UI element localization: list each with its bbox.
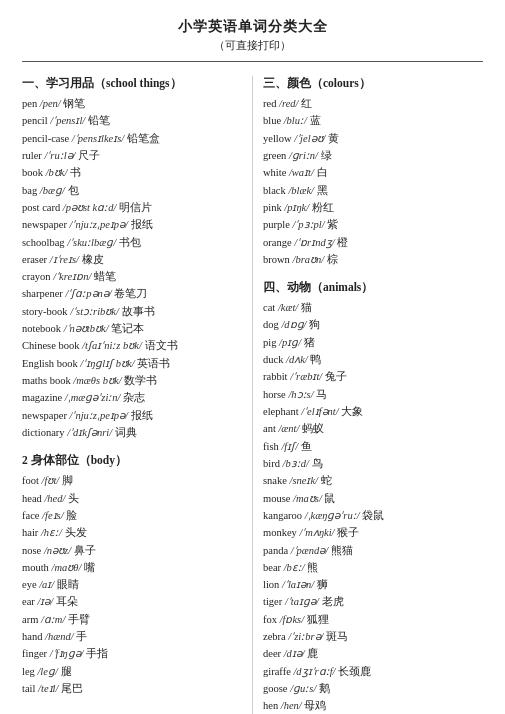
list-item: finger /ˈfɪŋɡə/ 手指 xyxy=(22,645,242,662)
word-phonetic: /ˈmʌŋki/ xyxy=(299,527,337,538)
word-cn: 书 xyxy=(70,167,81,178)
word-cn: 棕 xyxy=(327,254,338,265)
word-en: pencil-case xyxy=(22,133,72,144)
section-body: 2 身体部位（body）foot /fʊt/ 脚head /hed/ 头face… xyxy=(22,453,242,697)
word-en: English book xyxy=(22,358,80,369)
word-phonetic: /bɜːd/ xyxy=(283,458,312,469)
word-cn: 紫 xyxy=(327,219,338,230)
word-phonetic: /ˈtaɪɡə/ xyxy=(285,596,322,607)
list-item: bear /bɛː/ 熊 xyxy=(263,559,483,576)
word-en: magazine xyxy=(22,392,65,403)
list-item: mouse /maʊs/ 鼠 xyxy=(263,490,483,507)
word-cn: 马 xyxy=(316,389,327,400)
word-cn: 猪 xyxy=(304,337,315,348)
word-en: mouth xyxy=(22,562,51,573)
word-phonetic: /ˈræbɪt/ xyxy=(290,371,325,382)
left-column: 一、学习用品（school things）pen /pen/ 钢笔pencil … xyxy=(22,76,252,714)
word-en: fish xyxy=(263,441,281,452)
word-en: goose xyxy=(263,683,290,694)
list-item: fish /fɪʃ/ 鱼 xyxy=(263,438,483,455)
section-school_things: 一、学习用品（school things）pen /pen/ 钢笔pencil … xyxy=(22,76,242,441)
word-cn: 鼠 xyxy=(324,493,335,504)
list-item: story-book /ˈstɔːribʊk/ 故事书 xyxy=(22,303,242,320)
word-en: maths book xyxy=(22,375,73,386)
word-phonetic: /ˈpændə/ xyxy=(291,545,331,556)
word-en: bag xyxy=(22,185,40,196)
list-item: mouth /maʊθ/ 嘴 xyxy=(22,559,242,576)
word-cn: 猫 xyxy=(301,302,312,313)
word-phonetic: /dɪə/ xyxy=(284,648,308,659)
list-item: pencil /ˈpensɪl/ 铅笔 xyxy=(22,112,242,129)
word-phonetic: /fɪʃ/ xyxy=(281,441,300,452)
word-en: nose xyxy=(22,545,44,556)
word-cn: 橙 xyxy=(337,237,348,248)
list-item: yellow /ˈjeləʊ/ 黄 xyxy=(263,130,483,147)
list-item: red /red/ 红 xyxy=(263,95,483,112)
word-phonetic: /bʊk/ xyxy=(46,167,70,178)
list-item: eraser /ɪˈreɪs/ 橡皮 xyxy=(22,251,242,268)
list-item: zebra /ˈziːbrə/ 斑马 xyxy=(263,628,483,645)
word-cn: 故事书 xyxy=(122,306,155,317)
word-cn: 眼睛 xyxy=(57,579,79,590)
list-item: kangaroo /ˌkæŋɡəˈruː/ 袋鼠 xyxy=(263,507,483,524)
word-en: notebook xyxy=(22,323,64,334)
word-phonetic: /ɡuːs/ xyxy=(290,683,319,694)
word-cn: 铅笔 xyxy=(88,115,110,126)
word-cn: 鼻子 xyxy=(74,545,96,556)
word-en: panda xyxy=(263,545,291,556)
list-item: dictionary /ˈdɪkʃənri/ 词典 xyxy=(22,424,242,441)
word-cn: 兔子 xyxy=(325,371,347,382)
word-en: story-book xyxy=(22,306,70,317)
word-phonetic: /ˈpensɪlkeɪs/ xyxy=(72,133,127,144)
word-cn: 报纸 xyxy=(131,219,153,230)
word-en: lion xyxy=(263,579,282,590)
word-phonetic: /ˈʃɑːpənə/ xyxy=(65,288,114,299)
list-item: monkey /ˈmʌŋki/ 猴子 xyxy=(263,524,483,541)
word-en: post card xyxy=(22,202,63,213)
word-cn: 嘴 xyxy=(84,562,95,573)
word-cn: 铅笔盒 xyxy=(127,133,160,144)
word-cn: 明信片 xyxy=(119,202,152,213)
list-item: fox /fɒks/ 狐狸 xyxy=(263,611,483,628)
word-en: foot xyxy=(22,475,42,486)
word-cn: 脸 xyxy=(66,510,77,521)
list-item: snake /sneɪk/ 蛇 xyxy=(263,472,483,489)
word-cn: 卷笔刀 xyxy=(114,288,147,299)
word-cn: 狗 xyxy=(309,319,320,330)
list-item: rabbit /ˈræbɪt/ 兔子 xyxy=(263,368,483,385)
word-en: tail xyxy=(22,683,38,694)
word-phonetic: /dʌk/ xyxy=(286,354,310,365)
word-phonetic: /ˈelɪfənt/ xyxy=(301,406,341,417)
word-cn: 熊猫 xyxy=(331,545,353,556)
word-cn: 耳朵 xyxy=(56,596,78,607)
word-en: arm xyxy=(22,614,41,625)
word-cn: 蓝 xyxy=(310,115,321,126)
list-item: green /ɡriːn/ 绿 xyxy=(263,147,483,164)
word-phonetic: /sneɪk/ xyxy=(290,475,321,486)
word-cn: 熊 xyxy=(307,562,318,573)
word-en: bird xyxy=(263,458,283,469)
list-item: brown /braʊn/ 棕 xyxy=(263,251,483,268)
word-en: duck xyxy=(263,354,286,365)
word-phonetic: /ˈɪŋɡlɪʃ bʊk/ xyxy=(80,358,137,369)
word-en: red xyxy=(263,98,279,109)
word-phonetic: /pɪɡ/ xyxy=(279,337,304,348)
word-cn: 狐狸 xyxy=(307,614,329,625)
list-item: maths book /mæθs bʊk/ 数学书 xyxy=(22,372,242,389)
word-en: sharpener xyxy=(22,288,65,299)
list-item: book /bʊk/ 书 xyxy=(22,164,242,181)
list-item: white /waɪt/ 白 xyxy=(263,164,483,181)
list-item: pig /pɪɡ/ 猪 xyxy=(263,334,483,351)
list-item: duck /dʌk/ 鸭 xyxy=(263,351,483,368)
word-en: pig xyxy=(263,337,279,348)
word-cn: 语文书 xyxy=(145,340,178,351)
list-item: elephant /ˈelɪfənt/ 大象 xyxy=(263,403,483,420)
word-phonetic: /ˈruːlə/ xyxy=(44,150,78,161)
list-item: notebook /ˈnəʊtbʊk/ 笔记本 xyxy=(22,320,242,337)
content: 一、学习用品（school things）pen /pen/ 钢笔pencil … xyxy=(22,76,483,714)
word-cn: 笔记本 xyxy=(111,323,144,334)
list-item: sharpener /ˈʃɑːpənə/ 卷笔刀 xyxy=(22,285,242,302)
word-phonetic: /ɑːm/ xyxy=(41,614,68,625)
word-phonetic: /ˈnjuːzˌpeɪpə/ xyxy=(70,410,131,421)
word-cn: 粉红 xyxy=(312,202,334,213)
